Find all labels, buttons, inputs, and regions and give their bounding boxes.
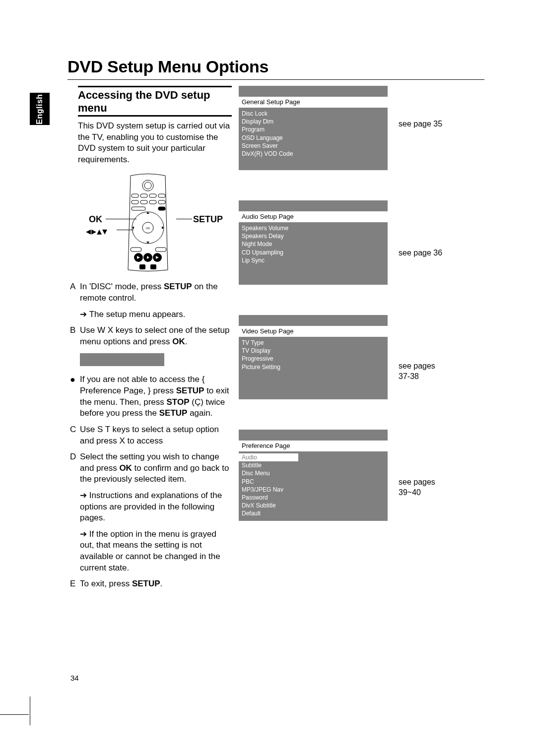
menu-item: Default [242,509,296,517]
step-c: C Use S T keys to select a setup option … [70,424,231,446]
panel-body: Disc Lock Display Dim Program OSD Langua… [239,108,388,170]
panel-note: see pages 39~40 [399,477,438,498]
panel-title: General Setup Page [239,97,388,108]
menu-item: Screen Saver [242,142,296,150]
section-intro: This DVD system setup is carried out via… [78,121,231,165]
panel-tabs-bar [239,430,388,441]
panel-tabs-bar [239,86,388,97]
bullet-icon: ● [70,374,80,419]
step-d-sub2: ➔ If the option in the menu is grayed ou… [80,529,231,573]
callout-ok: OK [89,214,102,226]
menu-item: Lip Sync [242,256,296,264]
language-tab: English [30,93,50,125]
redacted-box [80,353,164,366]
menu-item: Night Mode [242,240,296,248]
crop-mark [30,696,30,725]
menu-panel-general: General Setup Page Disc Lock Display Dim… [239,86,388,170]
svg-rect-11 [158,207,165,210]
menu-item: TV Display [242,347,296,355]
title-rule [67,79,484,80]
panel-title: Audio Setup Page [239,211,388,222]
panel-blank [298,108,388,170]
menu-item: Program [242,126,296,133]
menu-item: Speakers Delay [242,232,296,240]
step-a-result: ➔ The setup menu appears. [80,309,231,320]
menu-item: Disc Lock [242,110,296,118]
menu-panel-audio: Audio Setup Page Speakers Volume Speaker… [239,200,388,285]
menu-item: TV Type [242,339,296,347]
panel-note: see page 36 [399,248,442,258]
panel-title: Video Setup Page [239,326,388,337]
left-column: This DVD system setup is carried out via… [70,121,231,595]
panel-title: Preference Page [239,441,388,451]
section-rule-top [78,86,232,87]
svg-rect-20 [139,264,145,269]
step-marker: B [70,325,80,347]
panel-header: Preference Page [239,441,388,451]
step-text: Use S T keys to select a setup option an… [80,424,231,446]
menu-panel-preference: Preference Page Audio Subtitle Disc Menu… [239,430,388,521]
remote-control-icon: OK [121,173,175,272]
panel-header: Audio Setup Page [239,211,388,222]
menu-item: PBC [242,478,296,486]
step-b: B Use W X keys to select one of the setu… [70,325,231,347]
panel-items: Speakers Volume Speakers Delay Night Mod… [239,222,298,285]
panel-note: see pages 37-38 [399,361,438,382]
menu-item: Picture Setting [242,363,296,371]
step-marker: A [70,281,80,304]
menu-item: Display Dim [242,118,296,126]
remote-diagram: OK OK ◂▸▴▾ SETUP [70,173,231,272]
menu-panel-video: Video Setup Page TV Type TV Display Prog… [239,315,388,399]
step-a: A In 'DISC' mode, press SETUP on the rem… [70,281,231,304]
arrow-icon: ➔ [80,529,89,539]
panel-blank [298,337,388,399]
panel-note: see page 35 [399,119,442,129]
callout-line [106,219,136,219]
panel-body: TV Type TV Display Progressive Picture S… [239,337,388,399]
page-title: DVD Setup Menu Options [67,57,268,76]
svg-rect-21 [150,264,156,269]
step-text: Use W X keys to select one of the setup … [80,325,231,347]
menu-item: Progressive [242,355,296,363]
panel-body: Speakers Volume Speakers Delay Night Mod… [239,222,388,285]
step-marker: D [70,451,80,485]
menu-item: OSD Language [242,134,296,142]
section-heading: Accessing the DVD setup menu [78,89,232,115]
step-marker: C [70,424,80,446]
menu-item: CD Upsampling [242,249,296,256]
menu-item: DivX(R) VOD Code [242,150,296,158]
menu-item: Password [242,494,296,502]
panel-header: Video Setup Page [239,326,388,337]
arrow-icon: ➔ [80,491,89,500]
panel-blank [298,222,388,285]
menu-item-highlighted: Audio [239,453,298,461]
language-label: English [35,94,44,124]
panel-blank [298,451,388,521]
menu-item: MP3/JPEG Nav [242,486,296,494]
menu-item: DivX Subtitle [242,502,296,509]
callout-setup: SETUP [193,214,223,226]
step-e: E To exit, press SETUP. [70,578,231,590]
panel-items: Audio Subtitle Disc Menu PBC MP3/JPEG Na… [239,451,298,521]
panel-items: Disc Lock Display Dim Program OSD Langua… [239,108,298,170]
page-number: 34 [70,674,79,682]
menu-item: Disc Menu [242,469,296,477]
arrow-icon: ➔ [80,310,89,319]
step-text: In 'DISC' mode, press SETUP on the remot… [80,281,231,304]
note-bullet: ● If you are not able to access the { Pr… [70,374,231,419]
step-d: D Select the setting you wish to change … [70,451,231,485]
menu-item: Speakers Volume [242,224,296,232]
panel-tabs-bar [239,315,388,326]
panel-body: Audio Subtitle Disc Menu PBC MP3/JPEG Na… [239,451,388,521]
step-text: Select the setting you wish to change an… [80,451,231,485]
step-marker: E [70,578,80,590]
step-d-sub1: ➔ Instructions and explanations of the o… [80,490,231,524]
panel-tabs-bar [239,200,388,211]
callout-directions: ◂▸▴▾ [86,225,108,238]
svg-text:OK: OK [146,227,150,230]
crop-mark [0,714,29,715]
panel-header: General Setup Page [239,97,388,108]
note-text: If you are not able to access the { Pref… [80,374,231,419]
section-rule-bottom [78,115,232,117]
callout-line [117,230,134,230]
